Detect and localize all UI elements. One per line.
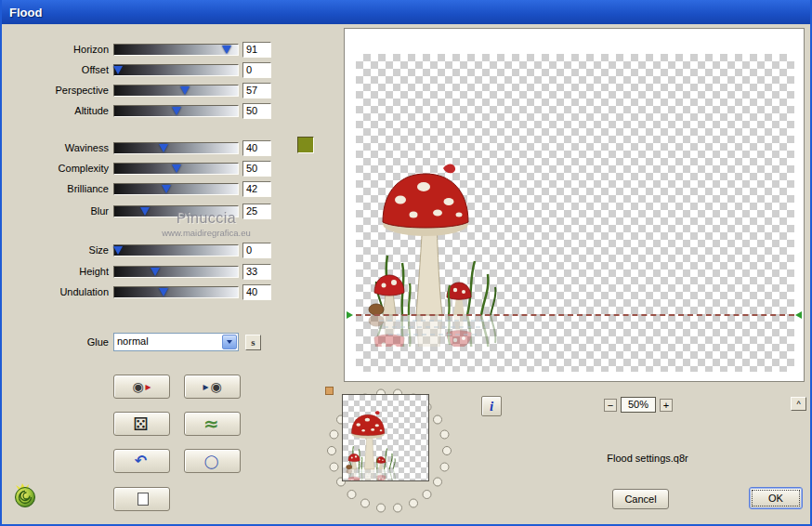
- zoom-level: 50%: [621, 397, 656, 413]
- water-color-swatch[interactable]: [297, 137, 314, 153]
- chevron-down-icon[interactable]: [222, 335, 237, 349]
- circle-icon: ◯: [204, 454, 219, 467]
- waviness-value-field[interactable]: [242, 140, 271, 156]
- perspective-slider-thumb[interactable]: [180, 86, 190, 95]
- complexity-label: Complexity: [39, 163, 109, 174]
- random-dice-button[interactable]: ⚄: [113, 412, 170, 436]
- size-slider[interactable]: [113, 244, 239, 256]
- blur-slider-thumb[interactable]: [140, 207, 150, 216]
- cancel-button[interactable]: Cancel: [612, 489, 669, 509]
- offset-label: Offset: [39, 64, 109, 75]
- slider-row-complexity: Complexity: [39, 160, 282, 177]
- horizon-line[interactable]: [356, 314, 794, 316]
- preview-panel: [344, 28, 805, 382]
- altitude-slider[interactable]: [113, 105, 239, 117]
- horizon-slider-thumb[interactable]: [222, 46, 231, 54]
- altitude-value-field[interactable]: [242, 103, 271, 119]
- wave-preset-button[interactable]: ≈: [184, 412, 241, 436]
- dice-icon: ⚄: [133, 415, 149, 433]
- horizon-arrow-left-icon: [347, 311, 353, 319]
- titlebar[interactable]: Flood: [2, 0, 810, 24]
- slider-row-waviness: Waviness: [39, 139, 282, 156]
- slider-row-offset: Offset: [39, 61, 282, 78]
- perspective-slider[interactable]: [113, 85, 239, 97]
- horizon-arrow-right-icon: [795, 311, 802, 319]
- glue-select[interactable]: normal: [113, 333, 239, 351]
- slider-row-altitude: Altitude: [39, 102, 282, 119]
- glue-selected-value: normal: [117, 335, 149, 347]
- brilliance-label: Brilliance: [39, 183, 109, 194]
- size-value-field[interactable]: [242, 243, 271, 258]
- offset-slider[interactable]: [113, 64, 239, 76]
- slider-row-horizon: Horizon: [39, 41, 282, 58]
- undulation-value-field[interactable]: [242, 284, 271, 300]
- load-preset-disc-button[interactable]: ◉ ▸: [113, 375, 170, 399]
- brilliance-slider[interactable]: [113, 183, 239, 195]
- shell-logo-icon[interactable]: [13, 483, 38, 508]
- info-button[interactable]: i: [481, 396, 502, 416]
- brilliance-slider-thumb[interactable]: [162, 185, 171, 193]
- disc-icon: ◉: [210, 380, 221, 393]
- perspective-value-field[interactable]: [242, 83, 271, 99]
- waves-icon: ≈: [203, 414, 219, 433]
- height-slider-thumb[interactable]: [151, 268, 160, 276]
- slider-row-blur: Blur: [39, 203, 282, 219]
- offset-value-field[interactable]: [242, 62, 271, 78]
- blur-value-field[interactable]: [242, 204, 271, 219]
- height-label: Height: [39, 266, 109, 277]
- offset-slider-thumb[interactable]: [113, 66, 123, 74]
- waviness-slider[interactable]: [113, 142, 239, 154]
- slider-row-height: Height: [39, 263, 282, 280]
- reset-circle-button[interactable]: ◯: [184, 449, 241, 473]
- zoom-in-button[interactable]: +: [660, 399, 673, 412]
- slider-row-perspective: Perspective: [39, 82, 282, 99]
- altitude-label: Altitude: [39, 105, 109, 116]
- zoom-out-button[interactable]: −: [604, 399, 617, 412]
- slider-row-size: Size: [39, 242, 282, 258]
- perspective-label: Perspective: [39, 85, 109, 96]
- complexity-slider[interactable]: [113, 163, 239, 175]
- horizon-slider[interactable]: [113, 44, 239, 56]
- blur-slider[interactable]: [113, 205, 239, 217]
- preview-thumbnail[interactable]: [342, 394, 429, 481]
- brilliance-value-field[interactable]: [242, 181, 271, 197]
- preview-canvas[interactable]: [356, 54, 794, 372]
- complexity-value-field[interactable]: [242, 161, 271, 177]
- flood-dialog: Flood Horizon Offset Perspective Altitud…: [0, 0, 812, 526]
- disc-icon: ◉: [132, 380, 143, 393]
- altitude-slider-thumb[interactable]: [172, 107, 181, 115]
- undo-arrow-icon: ↶: [135, 454, 147, 468]
- horizon-value-field[interactable]: [242, 42, 271, 58]
- scroll-up-button[interactable]: ^: [791, 397, 806, 411]
- glue-label: Glue: [39, 336, 109, 348]
- ok-button[interactable]: OK: [749, 487, 803, 509]
- complexity-slider-thumb[interactable]: [172, 164, 181, 173]
- undulation-label: Undulation: [39, 286, 109, 297]
- height-value-field[interactable]: [242, 264, 271, 280]
- settings-filename: Flood settings.q8r: [559, 453, 736, 464]
- thumbnail-image: [345, 406, 399, 481]
- glue-row: Glue normal s: [39, 333, 290, 351]
- horizon-label: Horizon: [39, 44, 109, 55]
- pages-icon: [138, 493, 149, 506]
- size-slider-thumb[interactable]: [113, 246, 123, 255]
- blur-label: Blur: [39, 205, 109, 217]
- undo-button[interactable]: ↶: [113, 449, 170, 473]
- copy-settings-button[interactable]: [113, 487, 170, 511]
- save-preset-disc-button[interactable]: ▸ ◉: [184, 375, 241, 399]
- height-slider[interactable]: [113, 266, 239, 278]
- size-label: Size: [39, 244, 109, 256]
- undulation-slider-thumb[interactable]: [159, 288, 168, 296]
- slider-row-undulation: Undulation: [39, 283, 282, 300]
- glue-cycle-button[interactable]: s: [245, 335, 261, 350]
- window-title: Flood: [9, 6, 42, 20]
- play-icon: ▸: [146, 381, 151, 392]
- waviness-label: Waviness: [39, 142, 109, 153]
- play-icon: ▸: [203, 381, 208, 392]
- info-icon: i: [490, 399, 493, 414]
- watermark-line2: www.maidiregrafica.eu: [139, 228, 273, 238]
- mushroom-image: [365, 151, 504, 347]
- slider-row-brilliance: Brilliance: [39, 180, 282, 197]
- undulation-slider[interactable]: [113, 286, 239, 298]
- waviness-slider-thumb[interactable]: [159, 144, 168, 152]
